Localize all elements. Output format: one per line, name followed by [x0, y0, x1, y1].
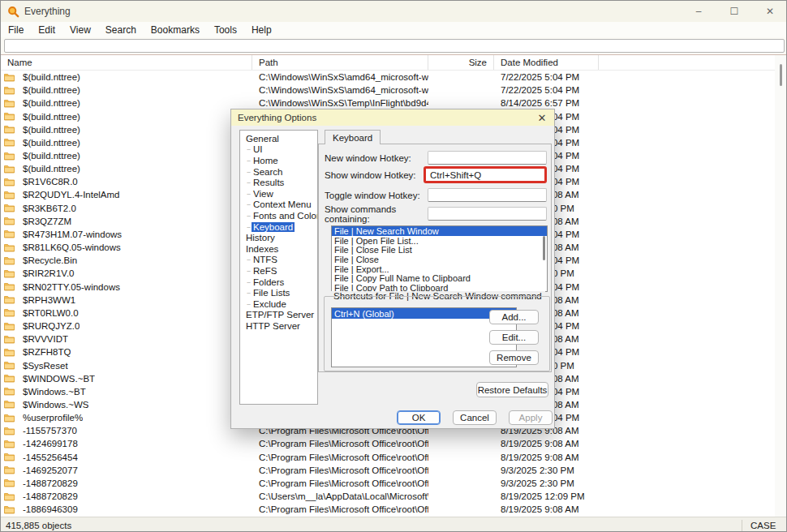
folder-icon: [4, 374, 19, 383]
tree-item-exclude[interactable]: Exclude: [240, 298, 317, 310]
field-label: Toggle window Hotkey:: [325, 191, 428, 200]
remove-button[interactable]: Remove: [489, 350, 539, 365]
command-list-scrollbar-thumb[interactable]: [543, 236, 545, 260]
file-name-cell: $R2QUDYL.4-IntelAmd: [1, 190, 252, 200]
tree-item-etp-ftp-server[interactable]: ETP/FTP Server: [240, 310, 317, 321]
tree-item-refs[interactable]: ReFS: [240, 265, 317, 277]
menu-bookmarks[interactable]: Bookmarks: [144, 22, 207, 37]
tree-item-search[interactable]: Search: [240, 166, 317, 178]
command-item[interactable]: File | Close: [332, 255, 547, 264]
command-item[interactable]: File | Open File List...: [332, 236, 547, 246]
apply-button[interactable]: Apply: [509, 410, 553, 425]
case-indicator[interactable]: CASE: [750, 521, 787, 530]
command-listbox[interactable]: File | New Search WindowFile | Open File…: [331, 225, 548, 292]
menu-view[interactable]: View: [62, 22, 98, 37]
file-name: $R3QZ7ZM: [23, 217, 71, 226]
folder-icon: [4, 282, 19, 291]
file-name-cell: -1155757370: [1, 426, 252, 435]
menu-edit[interactable]: Edit: [31, 22, 62, 37]
table-row[interactable]: -1488720829C:\Program Files\Microsoft Of…: [1, 477, 776, 490]
tree-item-label: Keyboard: [252, 222, 295, 232]
command-item[interactable]: File | Close File List: [332, 245, 547, 255]
file-name: -1469252077: [23, 466, 78, 475]
file-date-cell: 8/19/2025 9:08 AM: [494, 439, 776, 448]
file-path-cell: C:\Program Files\Microsoft Office\root\O…: [252, 453, 428, 462]
file-path-cell: C:\Program Files\Microsoft Office\root\O…: [252, 439, 428, 448]
table-row[interactable]: -1469252077C:\Program Files\Microsoft Of…: [1, 464, 776, 477]
folder-icon: [4, 427, 19, 435]
scrollbar-thumb[interactable]: [780, 64, 782, 86]
close-icon[interactable]: ✕: [752, 1, 787, 22]
edit-button[interactable]: Edit...: [489, 330, 539, 345]
tree-item-ui[interactable]: UI: [240, 144, 317, 156]
command-item[interactable]: File | Copy Full Name to Clipboard: [332, 273, 547, 283]
tree-item-home[interactable]: Home: [240, 155, 317, 166]
tree-item-view[interactable]: View: [240, 188, 317, 200]
tree-item-label: Folders: [252, 277, 286, 287]
column-header-name[interactable]: Name: [1, 55, 252, 70]
file-date-cell: 8/19/2025 9:08 AM: [494, 504, 776, 514]
folder-icon: [4, 414, 19, 423]
maximize-icon[interactable]: ☐: [716, 1, 752, 22]
folder-icon: [4, 322, 19, 331]
search-input[interactable]: [4, 39, 785, 53]
tree-item-folders[interactable]: Folders: [240, 277, 317, 288]
tree-item-fonts-and-colors[interactable]: Fonts and Colors: [240, 210, 317, 221]
file-name: $R81LK6Q.05-windows: [23, 242, 121, 252]
file-name: $(build.nttree): [23, 125, 80, 135]
command-item[interactable]: File | New Search Window: [332, 226, 547, 236]
file-name: $RURQJYZ.0: [23, 321, 80, 331]
file-name: $(build.nttree): [23, 164, 80, 174]
table-row[interactable]: -1424699178C:\Program Files\Microsoft Of…: [1, 437, 776, 450]
file-date-cell: 9/3/2025 2:30 PM: [494, 466, 776, 475]
restore-defaults-button[interactable]: Restore Defaults: [476, 382, 548, 397]
tree-item-context-menu[interactable]: Context Menu: [240, 200, 317, 211]
cancel-button[interactable]: Cancel: [453, 410, 497, 425]
column-header-size[interactable]: Size: [428, 55, 494, 70]
table-row[interactable]: -1488720829C:\Users\m__la\AppData\Local\…: [1, 490, 776, 503]
tree-item-indexes[interactable]: Indexes: [240, 243, 317, 255]
hotkey-input[interactable]: [428, 151, 547, 165]
tree-item-results[interactable]: Results: [240, 177, 317, 188]
table-row[interactable]: -1455256454C:\Program Files\Microsoft Of…: [1, 451, 776, 464]
table-row[interactable]: $(build.nttree)C:\Windows\WinSxS\amd64_m…: [1, 84, 776, 97]
file-name: $(build.nttree): [23, 98, 80, 108]
tree-item-ntfs[interactable]: NTFS: [240, 255, 317, 266]
file-name: $(build.nttree): [23, 112, 80, 122]
menu-search[interactable]: Search: [98, 22, 144, 37]
add-button[interactable]: Add...: [489, 310, 539, 324]
vertical-scrollbar[interactable]: [775, 55, 786, 517]
menu-file[interactable]: File: [1, 22, 31, 37]
menu-help[interactable]: Help: [244, 22, 279, 37]
tree-item-history[interactable]: History: [240, 232, 317, 243]
column-header-date-modified[interactable]: Date Modified: [494, 55, 599, 70]
file-date-cell: 8/14/2025 6:57 PM: [494, 98, 776, 108]
show-window-hotkey-input[interactable]: Ctrl+Shift+Q: [424, 166, 547, 183]
tree-item-general[interactable]: General: [240, 133, 317, 144]
tree-item-keyboard[interactable]: Keyboard: [240, 221, 317, 233]
dialog-close-icon[interactable]: ✕: [535, 110, 549, 125]
table-row[interactable]: -1886946309C:\Program Files\Microsoft Of…: [1, 503, 776, 516]
shortcut-item[interactable]: Ctrl+N (Global): [332, 308, 516, 319]
folder-icon: [4, 230, 19, 238]
file-name: %userprofile%: [23, 413, 83, 423]
tree-item-label: ReFS: [252, 266, 278, 276]
command-item[interactable]: File | Export...: [332, 264, 547, 274]
file-name-cell: $(build.nttree): [1, 112, 252, 122]
tab-keyboard[interactable]: Keyboard: [325, 130, 381, 144]
hotkey-input[interactable]: [428, 188, 547, 202]
ok-button[interactable]: OK: [397, 410, 441, 425]
tree-item-label: View: [252, 189, 275, 199]
tree-item-label: General: [244, 134, 281, 144]
minimize-icon[interactable]: –: [681, 1, 716, 22]
menu-tools[interactable]: Tools: [207, 22, 244, 37]
tree-item-file-lists[interactable]: File Lists: [240, 287, 317, 298]
folder-icon: [4, 269, 19, 278]
search-toolbar: [1, 37, 787, 55]
tree-item-http-server[interactable]: HTTP Server: [240, 320, 317, 332]
column-header-path[interactable]: Path: [252, 55, 428, 70]
hotkey-input[interactable]: [428, 207, 547, 221]
file-name: -1488720829: [23, 491, 78, 501]
table-row[interactable]: $(build.nttree)C:\Windows\WinSxS\amd64_m…: [1, 71, 776, 84]
folder-icon: [4, 256, 19, 265]
